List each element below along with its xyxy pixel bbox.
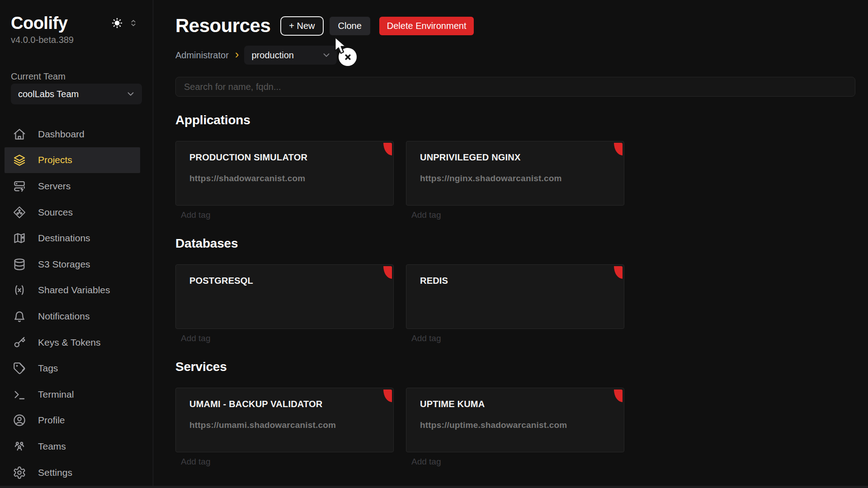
page-title: Resources	[175, 15, 270, 37]
add-tag-button[interactable]: Add tag	[406, 333, 624, 343]
status-indicator	[614, 389, 623, 402]
sidebar-item-label: Sources	[38, 207, 73, 218]
home-icon	[13, 127, 26, 141]
layers-icon	[13, 153, 26, 167]
sidebar-item-label: S3 Storages	[38, 259, 90, 270]
sidebar-item-terminal[interactable]: Terminal	[5, 381, 140, 408]
sidebar-item-label: Dashboard	[38, 129, 85, 140]
gear-icon	[13, 466, 26, 479]
chevron-down-icon	[126, 89, 136, 99]
add-tag-button[interactable]: Add tag	[175, 333, 394, 343]
resource-url: https://nginx.shadowarcanist.com	[420, 174, 610, 183]
resource-card[interactable]: UPTIME KUMA https://uptime.shadowarcanis…	[406, 388, 624, 452]
resource-card[interactable]: PRODUCTION SIMULATOR https://shadowarcan…	[175, 141, 394, 206]
sidebar-item-keys-tokens[interactable]: Keys & Tokens	[5, 329, 140, 356]
database-icon	[13, 258, 26, 271]
resource-name: PRODUCTION SIMULATOR	[189, 152, 380, 163]
resource-name: REDIS	[420, 276, 610, 286]
server-icon	[13, 179, 26, 193]
sidebar-item-label: Shared Variables	[38, 285, 110, 296]
resource-name: UPTIME KUMA	[420, 399, 610, 409]
search-input[interactable]	[175, 77, 855, 97]
sidebar-item-settings[interactable]: Settings	[5, 460, 140, 486]
sidebar-item-label: Terminal	[38, 389, 74, 400]
sidebar-item-label: Settings	[38, 467, 72, 478]
sidebar-item-notifications[interactable]: Notifications	[5, 303, 140, 329]
section-title-databases: Databases	[175, 236, 855, 251]
sun-icon[interactable]	[111, 17, 123, 29]
breadcrumb: Administrator › production	[175, 45, 855, 65]
section-title-services: Services	[175, 360, 855, 374]
variables-icon	[13, 283, 26, 297]
add-tag-button[interactable]: Add tag	[406, 457, 624, 467]
coolify-app: Coolify v4.0.0-beta.389 Current Team coo…	[0, 0, 868, 488]
resource-url: https://umami.shadowarcanist.com	[189, 420, 380, 430]
app-logo: Coolify	[11, 14, 67, 33]
close-icon[interactable]	[339, 48, 357, 66]
add-tag-button[interactable]: Add tag	[175, 210, 394, 220]
terminal-icon	[13, 388, 26, 401]
sidebar-nav: Dashboard Projects Servers	[5, 121, 140, 485]
environment-select[interactable]: production	[244, 46, 337, 65]
chevrons-up-down-icon[interactable]	[128, 18, 138, 28]
chevron-right-icon: ›	[235, 48, 239, 62]
sidebar-item-dashboard[interactable]: Dashboard	[5, 121, 140, 147]
git-source-icon	[13, 206, 26, 219]
status-indicator	[383, 266, 392, 279]
resource-card[interactable]: REDIS	[406, 264, 624, 329]
sidebar-item-tags[interactable]: Tags	[5, 355, 140, 381]
current-team-label: Current Team	[11, 70, 142, 83]
sidebar-item-label: Servers	[38, 181, 71, 192]
sidebar-item-label: Teams	[38, 441, 66, 452]
resource-url: https://uptime.shadowarcanist.com	[420, 420, 610, 430]
sidebar-item-label: Profile	[38, 415, 65, 426]
chevron-down-icon	[321, 50, 331, 60]
sidebar-item-shared-variables[interactable]: Shared Variables	[5, 277, 140, 304]
sidebar-item-label: Projects	[38, 155, 72, 165]
sidebar-item-label: Destinations	[38, 233, 90, 244]
resource-card[interactable]: POSTGRESQL	[175, 264, 394, 329]
sidebar-item-label: Keys & Tokens	[38, 337, 101, 348]
sidebar-item-servers[interactable]: Servers	[5, 173, 140, 199]
sidebar-item-destinations[interactable]: Destinations	[5, 225, 140, 251]
app-version: v4.0.0-beta.389	[11, 33, 142, 46]
sidebar-item-s3-storages[interactable]: S3 Storages	[5, 251, 140, 277]
bottom-edge-strip	[0, 486, 868, 488]
sidebar-item-teams[interactable]: Teams	[5, 433, 140, 460]
team-select-value: coolLabs Team	[18, 89, 79, 99]
delete-environment-button[interactable]: Delete Environment	[379, 17, 474, 35]
new-resource-button[interactable]: + New	[280, 16, 323, 36]
sidebar-item-profile[interactable]: Profile	[5, 408, 140, 434]
clone-button[interactable]: Clone	[330, 17, 370, 35]
resource-card[interactable]: UMAMI - BACKUP VALIDATOR https://umami.s…	[175, 388, 394, 452]
user-circle-icon	[13, 413, 26, 427]
map-icon	[13, 231, 26, 245]
section-title-applications: Applications	[175, 113, 855, 127]
resource-name: POSTGRESQL	[189, 276, 380, 286]
resource-name: UMAMI - BACKUP VALIDATOR	[189, 399, 380, 409]
add-tag-button[interactable]: Add tag	[406, 210, 624, 220]
tag-icon	[13, 361, 26, 375]
key-icon	[13, 336, 26, 349]
main-content: Resources + New Clone Delete Environment…	[153, 0, 868, 488]
resource-name: UNPRIVILEGED NGINX	[420, 152, 610, 163]
status-indicator	[614, 266, 623, 279]
sidebar-item-label: Notifications	[38, 311, 90, 322]
bell-icon	[13, 310, 26, 323]
sidebar-item-label: Tags	[38, 363, 58, 374]
users-icon	[13, 440, 26, 453]
team-select[interactable]: coolLabs Team	[11, 84, 142, 104]
resource-url: https://shadowarcanist.com	[189, 174, 380, 183]
environment-select-value: production	[251, 50, 293, 61]
sidebar-item-projects[interactable]: Projects	[5, 147, 140, 174]
sidebar-item-sources[interactable]: Sources	[5, 199, 140, 225]
status-indicator	[614, 143, 623, 155]
status-indicator	[383, 143, 392, 155]
sidebar: Coolify v4.0.0-beta.389 Current Team coo…	[0, 0, 153, 488]
status-indicator	[383, 389, 392, 402]
resource-card[interactable]: UNPRIVILEGED NGINX https://nginx.shadowa…	[406, 141, 624, 206]
breadcrumb-project[interactable]: Administrator	[175, 50, 229, 61]
add-tag-button[interactable]: Add tag	[175, 457, 394, 467]
